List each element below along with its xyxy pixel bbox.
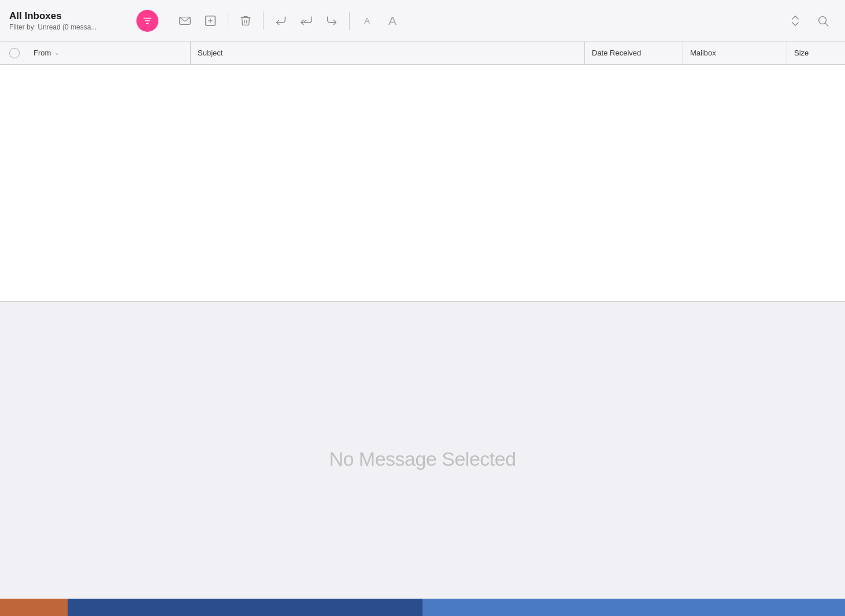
col-size-label: Size <box>794 49 809 57</box>
forward-button[interactable] <box>319 8 344 34</box>
svg-rect-1 <box>145 20 150 21</box>
col-subject-label: Subject <box>198 49 223 57</box>
svg-point-7 <box>819 16 827 24</box>
app-title: All Inboxes <box>9 10 125 22</box>
filter-text: Filter by: Unread (0 messa... <box>9 23 125 31</box>
toolbar-right <box>783 8 836 34</box>
font-smaller-button[interactable]: A <box>354 8 380 34</box>
col-date: Date Received <box>585 42 683 64</box>
filter-button[interactable] <box>136 10 158 32</box>
search-button[interactable] <box>810 8 836 34</box>
compose-icon <box>204 14 217 27</box>
compose-button[interactable] <box>198 8 223 34</box>
search-icon <box>817 14 829 27</box>
more-icon <box>789 14 802 27</box>
col-from-label: From <box>34 49 51 57</box>
mail-icon <box>179 14 191 27</box>
reply-button[interactable] <box>268 8 294 34</box>
divider-2 <box>263 12 264 30</box>
svg-line-8 <box>825 23 828 26</box>
mail-button[interactable] <box>172 8 198 34</box>
col-mailbox: Mailbox <box>683 42 787 64</box>
col-from-chevron: ⌄ <box>54 49 60 57</box>
bottom-bar <box>0 599 845 616</box>
reply-icon <box>275 14 287 27</box>
font-smaller-label: A <box>364 16 370 25</box>
svg-rect-2 <box>146 23 149 24</box>
column-headers: From ⌄ Subject Date Received Mailbox Siz… <box>0 42 845 65</box>
font-larger-label: A <box>388 14 396 28</box>
title-area: All Inboxes Filter by: Unread (0 messa..… <box>9 10 125 31</box>
col-subject: Subject <box>191 42 585 64</box>
main-content: From ⌄ Subject Date Received Mailbox Siz… <box>0 42 845 616</box>
col-date-label: Date Received <box>592 49 641 57</box>
forward-icon <box>325 14 338 27</box>
reply-all-button[interactable] <box>294 8 319 34</box>
col-check[interactable] <box>0 48 29 58</box>
col-size: Size <box>787 42 845 64</box>
trash-icon <box>239 14 252 27</box>
toolbar: All Inboxes Filter by: Unread (0 messa..… <box>0 0 845 42</box>
divider-3 <box>349 12 350 30</box>
font-larger-button[interactable]: A <box>380 8 405 34</box>
col-from[interactable]: From ⌄ <box>29 42 191 64</box>
message-detail: No Message Selected <box>0 302 845 616</box>
svg-rect-0 <box>143 17 151 18</box>
col-mailbox-label: Mailbox <box>690 49 716 57</box>
more-button[interactable] <box>783 8 808 34</box>
trash-button[interactable] <box>233 8 258 34</box>
divider-1 <box>228 12 228 30</box>
filter-icon <box>142 16 153 26</box>
message-list[interactable] <box>0 65 845 302</box>
check-all-circle[interactable] <box>9 48 20 58</box>
reply-all-icon <box>300 14 313 27</box>
no-message-text: No Message Selected <box>329 448 516 470</box>
